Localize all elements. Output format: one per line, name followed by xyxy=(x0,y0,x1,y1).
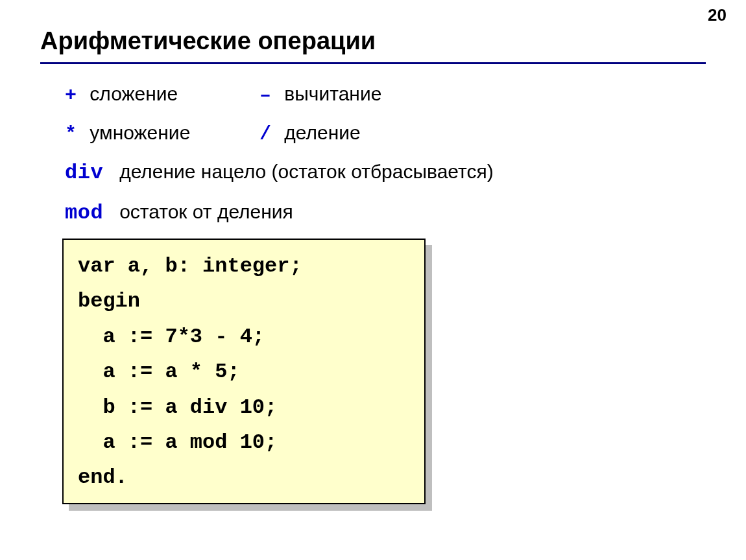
code-line-7: end. xyxy=(78,465,128,489)
code-block-wrap: var a, b: integer; begin a := 7*3 - 4; a… xyxy=(62,239,426,504)
op-mul-label: умножение xyxy=(90,122,190,143)
op-row-mod: mod остаток от деления xyxy=(65,193,701,233)
code-block: var a, b: integer; begin a := 7*3 - 4; a… xyxy=(62,239,426,504)
op-divkw-label: деление нацело (остаток отбрасывается) xyxy=(119,161,494,182)
content-area: + сложение – вычитание * умножение / дел… xyxy=(65,75,701,233)
title-underline xyxy=(40,62,706,64)
code-line-3: a := 7*3 - 4; xyxy=(78,325,265,349)
op-plus-label: сложение xyxy=(90,83,178,104)
op-modkw-symbol: mod xyxy=(65,201,103,225)
op-modkw-label: остаток от деления xyxy=(119,201,293,222)
op-minus-label: вычитание xyxy=(284,83,381,104)
op-plus-symbol: + xyxy=(65,77,84,114)
op-divkw-symbol: div xyxy=(65,161,103,185)
code-line-4: a := a * 5; xyxy=(78,360,240,384)
op-mul-symbol: * xyxy=(65,116,84,153)
op-minus-symbol: – xyxy=(259,77,279,114)
slide-title: Арифметические операции xyxy=(40,27,376,55)
op-row-2: * умножение / деление xyxy=(65,114,701,153)
page-number: 20 xyxy=(708,5,727,25)
op-row-div: div деление нацело (остаток отбрасываетс… xyxy=(65,153,701,193)
code-line-5: b := a div 10; xyxy=(78,395,277,419)
op-row-1: + сложение – вычитание xyxy=(65,75,701,114)
op-div-symbol: / xyxy=(259,116,279,153)
code-line-2: begin xyxy=(78,289,140,313)
op-div-label: деление xyxy=(284,122,360,143)
slide: 20 Арифметические операции + сложение – … xyxy=(0,0,746,560)
code-line-1: var a, b: integer; xyxy=(78,254,302,278)
code-line-6: a := a mod 10; xyxy=(78,430,277,454)
